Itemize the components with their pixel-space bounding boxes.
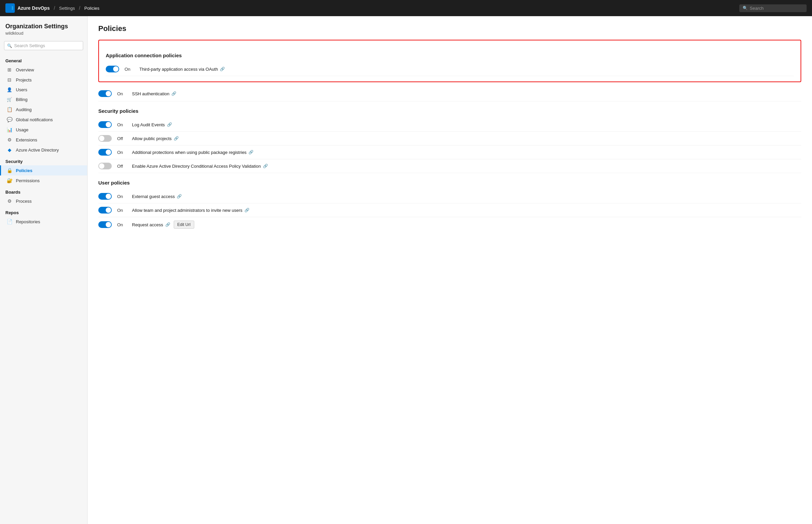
permissions-icon: 🔐 [6,178,13,183]
global-search[interactable]: 🔍 [739,4,807,12]
sidebar-search-box[interactable]: 🔍 [4,41,83,50]
sidebar-item-projects[interactable]: ⊟ Projects [0,75,87,85]
invite-toggle[interactable] [98,207,112,213]
audit-toggle-label: On [117,122,127,127]
aad-cap-link-icon[interactable]: 🔗 [263,164,268,168]
policy-row-package: On Additional protections when using pub… [98,146,801,159]
policies-breadcrumb: Policies [84,6,99,11]
settings-breadcrumb[interactable]: Settings [59,6,75,11]
request-access-toggle-label: On [117,222,127,227]
sidebar-search-input[interactable] [14,43,80,48]
package-toggle[interactable] [98,149,112,155]
public-projects-toggle[interactable] [98,135,112,142]
aad-cap-toggle-label: Off [117,164,127,169]
sidebar-item-aad[interactable]: ◆ Azure Active Directory [0,145,87,155]
sidebar-item-permissions[interactable]: 🔐 Permissions [0,176,87,185]
svg-marker-0 [7,5,12,11]
oauth-policy-text: Third-party application access via OAuth… [139,67,225,72]
sidebar-item-extensions[interactable]: ⚙ Extensions [0,135,87,145]
section-boards: Boards [0,185,87,196]
policy-row-oauth: On Third-party application access via OA… [106,62,794,76]
request-access-toggle[interactable] [98,221,112,228]
ssh-toggle[interactable] [98,90,112,97]
edit-url-button[interactable]: Edit Url [174,220,194,229]
usage-icon: 📊 [6,127,13,132]
auditing-icon: 📋 [6,107,13,112]
ssh-toggle-label: On [117,91,127,96]
page-title: Policies [98,24,801,33]
oauth-toggle[interactable] [106,66,119,72]
public-projects-link-icon[interactable]: 🔗 [174,136,179,141]
sidebar: Organization Settings wildkloud 🔍 Genera… [0,16,87,524]
brand-name[interactable]: Azure DevOps [17,5,50,11]
audit-link-icon[interactable]: 🔗 [167,122,172,127]
section-repos: Repos [0,206,87,216]
aad-cap-toggle[interactable] [98,163,112,169]
breadcrumb-sep-1: / [54,5,55,11]
package-policy-text: Additional protections when using public… [132,150,253,155]
section-security: Security [0,155,87,165]
sidebar-label-users: Users [16,87,27,92]
policy-row-audit: On Log Audit Events 🔗 [98,118,801,132]
sidebar-header: Organization Settings wildkloud [0,16,87,38]
sidebar-item-billing[interactable]: 🛒 Billing [0,95,87,104]
sidebar-label-usage: Usage [16,127,29,132]
sidebar-item-policies[interactable]: 🔒 Policies [0,165,87,176]
ssh-link-icon[interactable]: 🔗 [171,91,177,96]
sidebar-label-overview: Overview [16,67,34,72]
audit-policy-text: Log Audit Events 🔗 [132,122,172,127]
sidebar-item-global-notifications[interactable]: 💬 Global notifications [0,115,87,125]
policy-row-invite: On Allow team and project administrators… [98,203,801,217]
invite-link-icon[interactable]: 🔗 [244,208,249,213]
main-content: Policies Application connection policies… [87,16,812,524]
sidebar-label-extensions: Extensions [16,137,37,143]
audit-toggle[interactable] [98,121,112,128]
aad-cap-policy-text: Enable Azure Active Directory Conditiona… [132,164,268,169]
sidebar-item-process[interactable]: ⚙ Process [0,196,87,206]
sidebar-item-overview[interactable]: ⊞ Overview [0,65,87,75]
invite-toggle-label: On [117,208,127,213]
sidebar-item-auditing[interactable]: 📋 Auditing [0,104,87,115]
sidebar-item-users[interactable]: 👤 Users [0,85,87,95]
sidebar-label-notifications: Global notifications [16,117,53,122]
sidebar-label-process: Process [16,199,32,204]
guest-toggle[interactable] [98,193,112,200]
sidebar-label-projects: Projects [16,78,32,82]
sidebar-label-auditing: Auditing [16,107,32,112]
topbar: Azure DevOps / Settings / Policies 🔍 [0,0,812,16]
policy-row-request-access: On Request access 🔗 Edit Url [98,217,801,232]
policy-row-public-projects: Off Allow public projects 🔗 [98,132,801,146]
search-input[interactable] [750,6,803,11]
guest-link-icon[interactable]: 🔗 [177,194,182,199]
sidebar-label-aad: Azure Active Directory [16,147,59,152]
sidebar-search-icon: 🔍 [7,44,12,48]
app-connection-title: Application connection policies [106,52,794,58]
package-toggle-label: On [117,150,127,155]
policy-row-aad-cap: Off Enable Azure Active Directory Condit… [98,159,801,173]
package-link-icon[interactable]: 🔗 [248,150,253,154]
projects-icon: ⊟ [6,77,13,82]
sidebar-label-billing: Billing [16,97,28,102]
user-policies-title: User policies [98,180,801,185]
request-access-link-icon[interactable]: 🔗 [165,222,170,227]
request-access-policy-text: Request access 🔗 Edit Url [132,220,194,229]
aad-icon: ◆ [6,147,13,152]
policies-icon: 🔒 [6,168,13,173]
sidebar-label-repositories: Repositories [16,219,40,224]
policy-row-ssh: On SSH authentication 🔗 [98,86,801,101]
section-general: General [0,54,87,65]
oauth-link-icon[interactable]: 🔗 [220,67,225,71]
sidebar-item-usage[interactable]: 📊 Usage [0,125,87,135]
repositories-icon: 📄 [6,219,13,224]
users-icon: 👤 [6,87,13,92]
security-policies-title: Security policies [98,108,801,114]
extensions-icon: ⚙ [6,137,13,143]
guest-policy-text: External guest access 🔗 [132,194,182,199]
policy-row-guest: On External guest access 🔗 [98,190,801,203]
ssh-policy-text: SSH authentication 🔗 [132,91,177,96]
invite-policy-text: Allow team and project administrators to… [132,208,249,213]
sidebar-item-repositories[interactable]: 📄 Repositories [0,216,87,227]
org-name: wildkloud [5,31,82,36]
oauth-toggle-label: On [125,67,134,72]
guest-toggle-label: On [117,194,127,199]
